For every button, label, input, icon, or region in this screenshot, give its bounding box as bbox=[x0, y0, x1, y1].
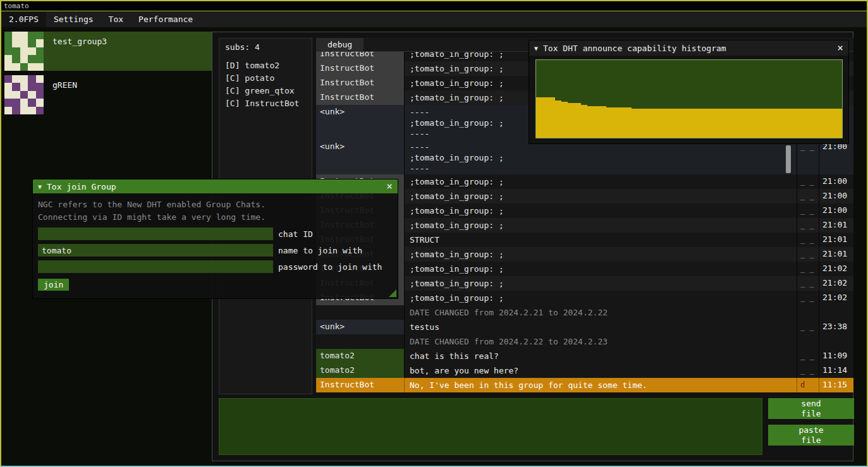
group-list: test_group3 gREEN bbox=[4, 32, 212, 119]
join-group-dialog: ▼ Tox join Group × NGC refers to the New… bbox=[33, 179, 398, 298]
chat-message-time: 21:01 bbox=[819, 218, 853, 233]
join-password-input[interactable] bbox=[38, 260, 273, 273]
histogram-plot bbox=[535, 59, 843, 138]
group-item[interactable]: gREEN bbox=[4, 75, 212, 114]
chat-message-text: ---- ;tomato_in_group: ; ---- bbox=[405, 140, 797, 174]
histogram-bar bbox=[810, 109, 816, 138]
collapse-arrow-icon[interactable]: ▼ bbox=[38, 183, 42, 190]
chat-message-time: 11:15 bbox=[819, 378, 853, 392]
menu-item-tox[interactable]: Tox bbox=[101, 12, 131, 27]
histogram-bar bbox=[549, 97, 555, 138]
chat-message-row[interactable]: tomato2 bot, are you new here? _ _ 11:14 bbox=[316, 363, 853, 378]
join-dialog-body: NGC refers to the New DHT enabled Group … bbox=[33, 193, 398, 291]
sub-item[interactable]: [C] green_qtox bbox=[225, 85, 306, 97]
chat-message-flags: _ _ bbox=[797, 140, 819, 174]
group-avatar bbox=[4, 75, 44, 114]
histogram-bar bbox=[632, 109, 638, 138]
chat-message-row[interactable]: InstructBot No, I've been in this group … bbox=[316, 378, 853, 392]
chat-author: <unk> bbox=[316, 320, 405, 334]
join-button[interactable]: join bbox=[38, 279, 69, 291]
histogram-bar bbox=[657, 109, 663, 138]
histogram-bar bbox=[785, 109, 791, 138]
close-icon[interactable]: × bbox=[837, 44, 843, 52]
chat-message-flags: d bbox=[797, 378, 819, 392]
chat-message-row[interactable]: DATE CHANGED from 2024.2.22 to 2024.2.23 bbox=[316, 334, 853, 349]
close-icon[interactable]: × bbox=[386, 182, 393, 191]
chat-author: tomato2 bbox=[316, 363, 405, 378]
join-dialog-title: Tox join Group bbox=[47, 182, 116, 191]
join-password-label: password to join with bbox=[278, 262, 382, 272]
chat-message-text: testus bbox=[405, 320, 797, 334]
paste-file-button[interactable]: paste file bbox=[768, 425, 854, 446]
chat-message-flags: _ _ bbox=[797, 320, 819, 334]
chat-message-text: ;tomato_in_group: ; bbox=[405, 276, 797, 291]
subs-list: [D] tomato2[C] potato[C] green_qtox[C] I… bbox=[225, 59, 306, 110]
histogram-bar bbox=[638, 109, 644, 138]
histogram-bar bbox=[778, 109, 785, 138]
histogram-bar bbox=[721, 109, 727, 138]
chat-message-text: DATE CHANGED from 2024.2.22 to 2024.2.23 bbox=[405, 334, 797, 349]
histogram-bar bbox=[644, 109, 651, 138]
sub-item[interactable]: [C] potato bbox=[225, 72, 306, 85]
chat-message-text: ;tomato_in_group: ; bbox=[405, 203, 797, 218]
chat-message-text: chat is this real? bbox=[405, 349, 797, 363]
group-item[interactable]: test_group3 bbox=[4, 32, 212, 71]
join-name-input[interactable] bbox=[38, 244, 273, 257]
histogram-bar bbox=[683, 109, 689, 138]
resize-grip[interactable] bbox=[389, 289, 396, 297]
histogram-bar bbox=[555, 100, 561, 138]
histogram-bar bbox=[708, 109, 714, 138]
sub-item[interactable]: [C] InstructBot bbox=[225, 97, 306, 110]
histogram-bar bbox=[542, 97, 549, 138]
histogram-bar bbox=[536, 97, 542, 138]
chat-message-text: ;tomato_in_group: ; bbox=[405, 189, 797, 203]
chat-message-text: ;tomato_in_group: ; bbox=[405, 174, 797, 189]
chat-message-time bbox=[819, 334, 853, 349]
menu-item-performance[interactable]: Performance bbox=[131, 12, 200, 27]
chat-message-row[interactable]: <unk> ---- ;tomato_in_group: ; ---- _ _ … bbox=[316, 140, 853, 174]
histogram-bar bbox=[702, 109, 708, 138]
chat-id-input[interactable] bbox=[38, 227, 273, 240]
chat-author: InstructBot bbox=[316, 76, 405, 90]
histogram-bar bbox=[574, 103, 580, 138]
chat-message-time: 21:00 bbox=[819, 140, 853, 174]
group-name: test_group3 bbox=[44, 32, 107, 71]
histogram-bar bbox=[606, 107, 613, 138]
histogram-bar bbox=[600, 106, 606, 138]
tab-debug[interactable]: debug bbox=[316, 38, 364, 51]
chat-message-row[interactable]: DATE CHANGED from 2024.2.21 to 2024.2.22 bbox=[316, 305, 853, 320]
collapse-arrow-icon[interactable]: ▼ bbox=[534, 45, 538, 52]
histogram-bar bbox=[823, 109, 829, 138]
histogram-bar bbox=[581, 105, 587, 138]
chat-message-time: 21:00 bbox=[819, 203, 853, 218]
chat-message-text: bot, are you new here? bbox=[405, 363, 797, 378]
chat-message-time: 11:14 bbox=[819, 363, 853, 378]
send-file-button[interactable]: send file bbox=[768, 398, 854, 419]
histogram-bar bbox=[695, 109, 702, 138]
histogram-bar bbox=[816, 109, 822, 138]
histogram-bar bbox=[568, 103, 574, 138]
histogram-bar bbox=[733, 109, 740, 138]
histogram-bar bbox=[664, 109, 670, 138]
sub-item[interactable]: [D] tomato2 bbox=[225, 59, 306, 72]
chat-author: <unk> bbox=[316, 140, 405, 174]
histogram-bar bbox=[753, 109, 759, 138]
chat-scrollbar[interactable] bbox=[786, 145, 791, 173]
chat-message-row[interactable]: tomato2 chat is this real? _ _ 11:09 bbox=[316, 349, 853, 363]
join-name-label: name to join with bbox=[278, 246, 362, 255]
histogram-bar bbox=[651, 109, 657, 138]
histogram-bar bbox=[676, 109, 683, 138]
chat-author: tomato2 bbox=[316, 349, 405, 363]
chat-message-row[interactable]: <unk> testus _ _ 23:38 bbox=[316, 320, 853, 334]
app-title: tomato bbox=[4, 2, 29, 10]
message-input[interactable] bbox=[219, 398, 762, 455]
histogram-bar bbox=[670, 109, 676, 138]
menu-item-settings[interactable]: Settings bbox=[46, 12, 101, 27]
histogram-bar bbox=[714, 109, 721, 138]
histogram-bar bbox=[740, 109, 747, 138]
join-dialog-titlebar: ▼ Tox join Group × bbox=[33, 179, 398, 193]
histogram-window: ▼ Tox DHT announce capability histogram … bbox=[529, 40, 848, 143]
histogram-bar bbox=[759, 109, 766, 138]
chat-message-flags: _ _ bbox=[797, 218, 819, 233]
chat-message-flags bbox=[797, 334, 819, 349]
